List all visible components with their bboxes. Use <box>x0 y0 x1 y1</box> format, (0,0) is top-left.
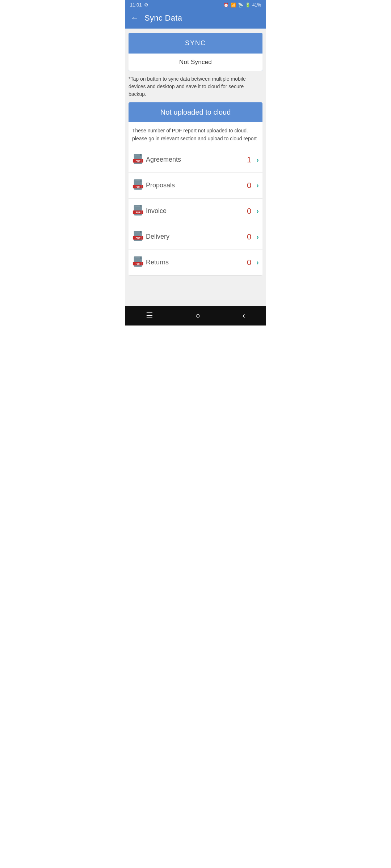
list-item[interactable]: PDFProposals0› <box>129 173 262 199</box>
status-left: 11:01 ⚙ <box>130 2 148 8</box>
chevron-right-icon[interactable]: › <box>256 207 259 215</box>
chevron-right-icon[interactable]: › <box>256 233 259 241</box>
back-nav-icon[interactable]: ‹ <box>242 311 245 320</box>
home-icon[interactable]: ○ <box>196 311 200 320</box>
sync-status: Not Synced <box>129 54 262 71</box>
gear-icon: ⚙ <box>144 2 148 8</box>
bottom-navigation: ☰ ○ ‹ <box>125 306 266 326</box>
svg-text:PDF: PDF <box>136 237 140 239</box>
not-uploaded-description: These number of PDF report not uploaded … <box>129 122 262 147</box>
item-label: Delivery <box>146 233 247 241</box>
item-label: Invoice <box>146 207 247 215</box>
svg-text:PDF: PDF <box>136 159 140 162</box>
item-label: Proposals <box>146 182 247 189</box>
sync-button[interactable]: SYNC <box>129 33 262 54</box>
battery-icon: 🔋 <box>245 3 251 8</box>
main-content: SYNC Not Synced *Tap on button to sync d… <box>125 29 266 306</box>
wifi-icon: 📡 <box>238 3 243 8</box>
list-item[interactable]: PDFInvoice0› <box>129 199 262 224</box>
app-bar: ← Sync Data <box>125 10 266 29</box>
item-count: 0 <box>247 181 251 190</box>
signal-icon: 📶 <box>231 3 236 8</box>
item-count: 1 <box>247 155 251 165</box>
back-button[interactable]: ← <box>131 13 139 23</box>
item-count: 0 <box>247 207 251 216</box>
pdf-icon: PDF <box>132 153 146 167</box>
pdf-icon: PDF <box>132 256 146 269</box>
item-count: 0 <box>247 258 251 267</box>
menu-icon[interactable]: ☰ <box>146 311 153 320</box>
chevron-right-icon[interactable]: › <box>256 156 259 164</box>
svg-text:PDF: PDF <box>136 211 140 213</box>
alarm-icon: ⏰ <box>223 3 229 8</box>
list-item[interactable]: PDFAgreements1› <box>129 147 262 173</box>
pdf-list: PDFAgreements1›PDFProposals0›PDFInvoice0… <box>129 147 262 276</box>
pdf-icon: PDF <box>132 204 146 218</box>
svg-text:PDF: PDF <box>136 185 140 188</box>
item-label: Returns <box>146 259 247 266</box>
svg-text:PDF: PDF <box>136 262 140 265</box>
status-time: 11:01 <box>130 2 142 8</box>
item-count: 0 <box>247 232 251 242</box>
hint-text: *Tap on button to sync data between mult… <box>125 71 266 102</box>
sync-card: SYNC Not Synced <box>129 33 262 71</box>
not-uploaded-card: Not uploaded to cloud These number of PD… <box>129 102 262 276</box>
status-bar: 11:01 ⚙ ⏰ 📶 📡 🔋 41% <box>125 0 266 10</box>
battery-percent: 41% <box>252 3 261 8</box>
not-uploaded-header: Not uploaded to cloud <box>129 102 262 122</box>
pdf-icon: PDF <box>132 230 146 244</box>
list-item[interactable]: PDFReturns0› <box>129 250 262 276</box>
list-item[interactable]: PDFDelivery0› <box>129 224 262 250</box>
pdf-icon: PDF <box>132 179 146 192</box>
page-title: Sync Data <box>144 13 182 23</box>
item-label: Agreements <box>146 156 247 163</box>
status-right: ⏰ 📶 📡 🔋 41% <box>223 3 261 8</box>
chevron-right-icon[interactable]: › <box>256 181 259 190</box>
chevron-right-icon[interactable]: › <box>256 258 259 267</box>
